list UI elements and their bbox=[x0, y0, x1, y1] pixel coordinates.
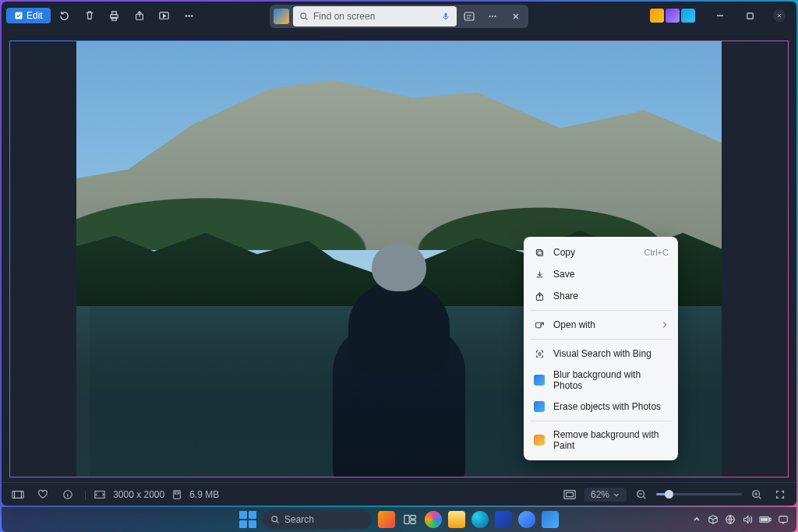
mic-icon[interactable] bbox=[441, 11, 450, 22]
context-remove-bg-label: Remove background with Paint bbox=[553, 429, 669, 451]
slideshow-button[interactable] bbox=[154, 5, 175, 26]
fullscreen-icon bbox=[775, 489, 786, 500]
zoom-in-button[interactable] bbox=[748, 486, 765, 503]
more-icon bbox=[183, 10, 195, 22]
context-copy-label: Copy bbox=[553, 247, 637, 258]
chevron-right-icon bbox=[661, 321, 669, 329]
copilot-taskbar-button[interactable] bbox=[425, 511, 442, 528]
tray-volume-icon[interactable] bbox=[742, 514, 753, 525]
tray-cube-icon[interactable] bbox=[708, 514, 719, 525]
taskbar-icon-1[interactable] bbox=[378, 511, 395, 528]
zoom-dropdown[interactable]: 62% bbox=[584, 488, 627, 502]
rotate-icon bbox=[58, 10, 70, 22]
minimize-button[interactable] bbox=[706, 4, 734, 27]
pinned-app-icon-1[interactable] bbox=[650, 9, 664, 23]
explorer-button[interactable] bbox=[448, 511, 465, 528]
svg-rect-32 bbox=[411, 516, 415, 519]
context-blur-bg[interactable]: Blur background with Photos bbox=[524, 365, 678, 396]
svg-rect-38 bbox=[779, 516, 788, 523]
tray-globe-icon[interactable] bbox=[725, 514, 736, 525]
context-sep-3 bbox=[530, 421, 672, 421]
context-open-with[interactable]: Open with bbox=[524, 314, 678, 336]
share-button[interactable] bbox=[129, 5, 150, 26]
context-share[interactable]: Share bbox=[524, 285, 678, 307]
context-erase-obj[interactable]: Erase objects with Photos bbox=[524, 396, 678, 417]
settings-button[interactable] bbox=[518, 511, 535, 528]
filmstrip-icon bbox=[12, 490, 24, 499]
heart-icon bbox=[37, 489, 48, 500]
favorite-button[interactable] bbox=[34, 486, 51, 503]
svg-point-8 bbox=[191, 15, 192, 16]
taskbar-search[interactable]: Search bbox=[263, 510, 372, 529]
context-save[interactable]: Save bbox=[524, 263, 678, 285]
filmstrip-button[interactable] bbox=[9, 486, 26, 503]
print-button[interactable] bbox=[104, 5, 125, 26]
svg-point-20 bbox=[538, 352, 540, 354]
edit-label: Edit bbox=[26, 10, 43, 21]
context-copy[interactable]: Copy Ctrl+C bbox=[524, 241, 678, 263]
context-erase-obj-label: Erase objects with Photos bbox=[553, 401, 669, 412]
search-icon bbox=[270, 515, 280, 524]
svg-point-12 bbox=[489, 16, 490, 17]
dimensions-icon bbox=[94, 490, 105, 499]
svg-rect-33 bbox=[411, 520, 415, 523]
tray-chevron-icon[interactable] bbox=[692, 515, 701, 524]
svg-rect-37 bbox=[761, 518, 768, 521]
pinned-app-icon-3[interactable] bbox=[681, 9, 695, 23]
tray-battery-icon[interactable] bbox=[759, 515, 772, 524]
edit-icon bbox=[14, 11, 23, 20]
svg-rect-17 bbox=[536, 249, 542, 255]
svg-rect-25 bbox=[175, 491, 179, 494]
context-sep-2 bbox=[530, 339, 672, 340]
maximize-button[interactable] bbox=[736, 4, 764, 27]
edge-button[interactable] bbox=[471, 511, 489, 528]
rotate-button[interactable] bbox=[54, 5, 76, 26]
svg-rect-2 bbox=[112, 11, 117, 14]
fullscreen-button[interactable] bbox=[772, 486, 789, 503]
store-button[interactable] bbox=[495, 511, 512, 528]
context-save-label: Save bbox=[553, 269, 669, 280]
photos-icon bbox=[534, 401, 545, 412]
svg-rect-15 bbox=[747, 12, 752, 18]
titlebar-right bbox=[650, 2, 793, 30]
info-icon bbox=[62, 489, 73, 500]
zoom-out-icon bbox=[636, 489, 647, 500]
share-icon bbox=[134, 10, 145, 21]
print-icon bbox=[108, 10, 120, 22]
more-button[interactable] bbox=[178, 5, 200, 26]
find-on-screen-bar: Find on screen bbox=[270, 5, 528, 28]
start-button[interactable] bbox=[239, 511, 256, 528]
svg-rect-36 bbox=[769, 518, 771, 521]
copy-icon bbox=[535, 248, 545, 258]
close-window-button[interactable] bbox=[765, 4, 793, 27]
svg-rect-19 bbox=[535, 322, 541, 328]
context-visual-search[interactable]: Visual Search with Bing bbox=[524, 343, 678, 365]
filesize-icon bbox=[172, 489, 182, 500]
tray-notifications-icon[interactable] bbox=[778, 514, 789, 525]
context-menu: Copy Ctrl+C Save Share Open with bbox=[524, 237, 678, 460]
copilot-button[interactable] bbox=[458, 6, 480, 26]
photos-icon bbox=[534, 375, 545, 386]
fit-button[interactable] bbox=[561, 486, 578, 503]
search-placeholder: Find on screen bbox=[313, 11, 436, 22]
info-button[interactable] bbox=[59, 486, 76, 503]
svg-rect-23 bbox=[95, 491, 104, 498]
context-remove-bg[interactable]: Remove background with Paint bbox=[524, 425, 678, 456]
zoom-slider[interactable] bbox=[656, 493, 742, 495]
searchbar-close-button[interactable] bbox=[505, 6, 527, 26]
searchbar-more-button[interactable] bbox=[482, 6, 503, 26]
pinned-app-icon-2[interactable] bbox=[666, 9, 680, 23]
task-view-button[interactable] bbox=[401, 511, 418, 528]
zoom-out-button[interactable] bbox=[633, 486, 650, 503]
find-on-screen-input[interactable]: Find on screen bbox=[293, 6, 457, 26]
titlebar-left: Edit bbox=[2, 5, 200, 26]
photos-taskbar-button[interactable] bbox=[542, 511, 559, 528]
zoom-in-icon bbox=[751, 489, 762, 500]
close-icon bbox=[511, 12, 521, 21]
slideshow-icon bbox=[158, 10, 170, 22]
edit-button[interactable]: Edit bbox=[6, 8, 51, 23]
chevron-down-icon bbox=[613, 491, 620, 499]
delete-button[interactable] bbox=[79, 5, 101, 26]
trash-icon bbox=[84, 10, 95, 21]
taskbar-center: Search bbox=[239, 510, 559, 529]
